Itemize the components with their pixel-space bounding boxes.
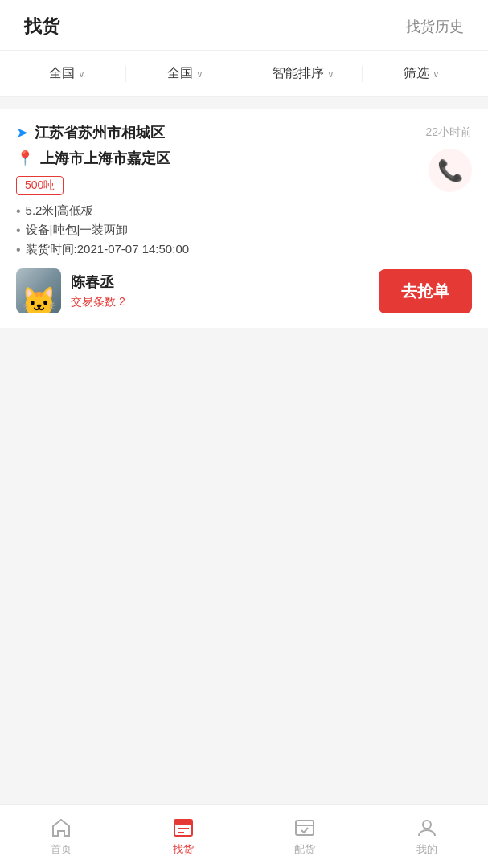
user-name: 陈春丞 <box>71 272 125 292</box>
nav-label-home: 首页 <box>51 842 72 857</box>
grab-order-button[interactable]: 去抢单 <box>379 269 472 313</box>
filter-screen[interactable]: 筛选 ∨ <box>363 62 480 85</box>
phone-button[interactable]: 📞 <box>429 149 472 192</box>
nav-label-mine: 我的 <box>416 842 437 857</box>
filter-screen-label: 筛选 <box>404 65 429 82</box>
avatar <box>16 268 61 313</box>
detail-item-time: 装货时间:2021-07-07 14:50:00 <box>16 242 472 257</box>
chevron-down-icon-3: ∨ <box>327 68 334 80</box>
trade-label: 交易条数 <box>71 295 116 308</box>
origin-text: 江苏省苏州市相城区 <box>35 123 165 142</box>
filter-region1-label: 全国 <box>49 65 75 82</box>
detail-item-equipment: 设备|吨包|一装两卸 <box>16 223 472 238</box>
destination-text: 上海市上海市嘉定区 <box>40 149 170 168</box>
find-cargo-icon <box>172 817 195 839</box>
chevron-down-icon-2: ∨ <box>196 68 203 80</box>
destination-row: 📍 上海市上海市嘉定区 <box>16 149 472 168</box>
nav-item-find[interactable]: 找货 <box>122 805 244 868</box>
cargo-card: ➤ 江苏省苏州市相城区 22小时前 📍 上海市上海市嘉定区 500吨 📞 5.2… <box>0 108 488 328</box>
trade-number: 2 <box>119 295 125 308</box>
chevron-down-icon-4: ∨ <box>433 68 440 80</box>
page-title: 找货 <box>24 14 59 39</box>
profile-icon <box>416 817 438 839</box>
location-icon: 📍 <box>16 149 34 167</box>
nav-item-dispatch[interactable]: 配货 <box>244 805 367 868</box>
detail-vehicle-text: 5.2米|高低板 <box>26 203 94 219</box>
filter-region2[interactable]: 全国 ∨ <box>126 62 244 85</box>
nav-label-dispatch: 配货 <box>294 842 315 857</box>
trade-count: 交易条数 2 <box>71 295 125 309</box>
time-ago: 22小时前 <box>425 125 472 140</box>
navigation-icon: ➤ <box>16 124 28 141</box>
nav-label-find: 找货 <box>173 842 194 857</box>
history-link[interactable]: 找货历史 <box>406 17 464 36</box>
detail-time-text: 装货时间:2021-07-07 14:50:00 <box>26 242 189 257</box>
chevron-down-icon: ∨ <box>78 68 85 80</box>
detail-equipment-text: 设备|吨包|一装两卸 <box>26 223 129 238</box>
filter-bar: 全国 ∨ 全国 ∨ 智能排序 ∨ 筛选 ∨ <box>0 51 488 97</box>
weight-badge: 500吨 <box>16 176 64 195</box>
origin-row: ➤ 江苏省苏州市相城区 <box>16 123 165 142</box>
card-footer: 陈春丞 交易条数 2 去抢单 <box>16 268 472 313</box>
svg-rect-4 <box>174 820 192 825</box>
filter-sort[interactable]: 智能排序 ∨ <box>244 62 362 85</box>
home-icon <box>50 817 72 839</box>
user-info: 陈春丞 交易条数 2 <box>16 268 125 313</box>
filter-region1[interactable]: 全国 ∨ <box>8 62 125 85</box>
user-details: 陈春丞 交易条数 2 <box>71 272 125 309</box>
filter-sort-label: 智能排序 <box>273 65 324 82</box>
detail-item-vehicle: 5.2米|高低板 <box>16 203 472 219</box>
content-area: ➤ 江苏省苏州市相城区 22小时前 📍 上海市上海市嘉定区 500吨 📞 5.2… <box>0 97 488 804</box>
nav-item-home[interactable]: 首页 <box>0 805 122 868</box>
svg-point-7 <box>423 821 431 829</box>
bottom-nav: 首页 找货 配货 我的 <box>0 804 488 868</box>
nav-item-mine[interactable]: 我的 <box>366 805 488 868</box>
phone-icon: 📞 <box>437 158 463 183</box>
dispatch-icon <box>293 817 316 839</box>
header: 找货 找货历史 <box>0 0 488 51</box>
filter-region2-label: 全国 <box>167 65 193 82</box>
card-header: ➤ 江苏省苏州市相城区 22小时前 <box>16 123 472 142</box>
detail-list: 5.2米|高低板 设备|吨包|一装两卸 装货时间:2021-07-07 14:5… <box>16 203 472 257</box>
